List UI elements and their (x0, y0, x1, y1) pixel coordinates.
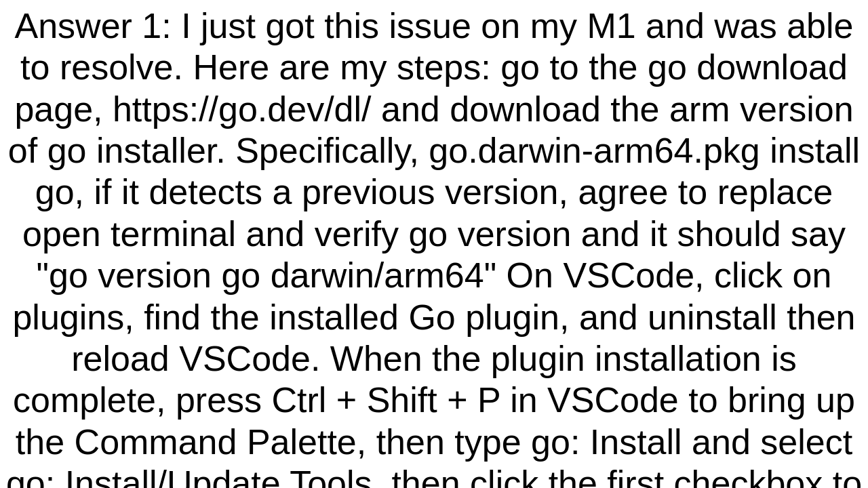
content-area: Answer 1: I just got this issue on my M1… (0, 0, 868, 488)
answer-text: Answer 1: I just got this issue on my M1… (0, 5, 868, 488)
